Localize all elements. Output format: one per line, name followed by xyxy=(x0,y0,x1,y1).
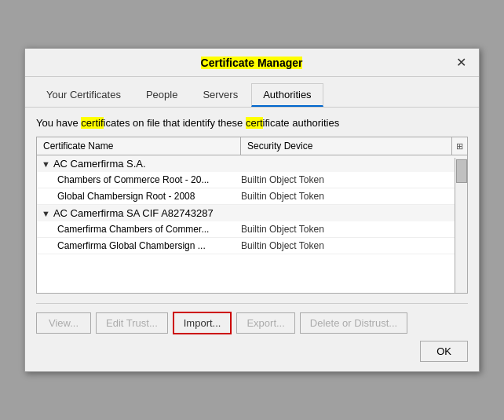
cert-highlight2: cert xyxy=(246,117,263,129)
title-highlight: Certificate Manager xyxy=(201,57,303,69)
vertical-scrollbar[interactable] xyxy=(455,158,467,293)
group-name: AC Camerfirma SA CIF A82743287 xyxy=(53,207,214,219)
ok-row: OK xyxy=(25,341,479,371)
edit-trust-button[interactable]: Edit Trust... xyxy=(96,312,168,334)
group-header: ▼ AC Camerfirma S.A. xyxy=(37,155,467,172)
info-suffix: ificate authorities xyxy=(263,117,340,129)
view-button[interactable]: View... xyxy=(36,312,91,334)
cert-device-cell: Builtin Object Token xyxy=(241,240,461,251)
cert-name-cell: Chambers of Commerce Root - 20... xyxy=(57,174,241,185)
cert-device-cell: Builtin Object Token xyxy=(241,174,461,185)
title-bar: Certificate Manager ✕ xyxy=(25,49,479,77)
group-name: AC Camerfirma S.A. xyxy=(53,158,146,170)
content-area: You have certificates on file that ident… xyxy=(25,108,479,303)
cert-name-cell: Camerfirma Chambers of Commer... xyxy=(57,224,241,235)
group-arrow-icon: ▼ xyxy=(42,209,50,218)
table-row[interactable]: Camerfirma Chambers of Commer... Builtin… xyxy=(37,221,467,238)
tab-authorities[interactable]: Authorities xyxy=(251,83,323,107)
tab-your-certificates[interactable]: Your Certificates xyxy=(35,83,133,107)
certificate-manager-dialog: Certificate Manager ✕ Your Certificates … xyxy=(24,48,480,372)
group-header: ▼ AC Camerfirma SA CIF A82743287 xyxy=(37,205,467,221)
col-device-header: Security Device xyxy=(241,137,451,155)
delete-distrust-button[interactable]: Delete or Distrust... xyxy=(300,312,407,334)
import-button[interactable]: Import... xyxy=(173,312,232,334)
close-button[interactable]: ✕ xyxy=(453,55,469,70)
table-container: Certificate Name Security Device ⊞ ▼ AC … xyxy=(36,137,468,294)
ok-button[interactable]: OK xyxy=(420,341,468,362)
tab-bar: Your Certificates People Servers Authori… xyxy=(25,77,479,108)
certificates-table: Certificate Name Security Device ⊞ ▼ AC … xyxy=(36,137,468,294)
export-button[interactable]: Export... xyxy=(236,312,294,334)
table-header: Certificate Name Security Device ⊞ xyxy=(37,137,467,155)
info-middle: icates on file that identify these xyxy=(104,117,246,129)
info-prefix: You have xyxy=(36,117,81,129)
scrollbar-thumb[interactable] xyxy=(456,159,467,183)
tab-servers[interactable]: Servers xyxy=(191,83,250,107)
action-buttons: View... Edit Trust... Import... Export..… xyxy=(25,304,479,341)
info-text: You have certificates on file that ident… xyxy=(36,117,468,129)
table-body[interactable]: ▼ AC Camerfirma S.A. Chambers of Commerc… xyxy=(37,155,467,287)
cert-device-cell: Builtin Object Token xyxy=(241,224,461,235)
cert-name-cell: Global Chambersign Root - 2008 xyxy=(57,191,241,202)
table-row[interactable]: Camerfirma Global Chambersign ... Builti… xyxy=(37,238,467,254)
col-sort-icon: ⊞ xyxy=(451,137,467,155)
cert-name-cell: Camerfirma Global Chambersign ... xyxy=(57,240,241,251)
table-row[interactable]: Chambers of Commerce Root - 20... Builti… xyxy=(37,172,467,188)
col-cert-name-header: Certificate Name xyxy=(37,137,241,155)
dialog-title: Certificate Manager xyxy=(50,57,453,69)
cert-highlight1: certif xyxy=(81,117,103,129)
group-arrow-icon: ▼ xyxy=(42,159,50,169)
table-row[interactable]: Global Chambersign Root - 2008 Builtin O… xyxy=(37,188,467,205)
cert-device-cell: Builtin Object Token xyxy=(241,191,461,202)
tab-people[interactable]: People xyxy=(134,83,189,107)
